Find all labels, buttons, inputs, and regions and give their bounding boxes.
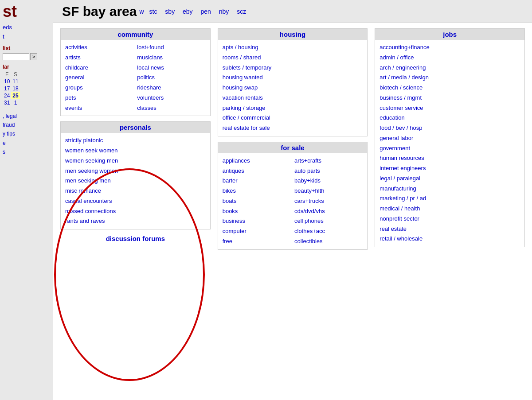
forsale-link-barter[interactable]: barter <box>223 176 291 186</box>
jobs-link-food[interactable]: food / bev / hosp <box>379 123 520 133</box>
community-link-groups[interactable]: groups <box>65 83 133 93</box>
forsale-link-books[interactable]: books <box>223 206 291 217</box>
sidebar-link-eds[interactable]: eds <box>3 23 50 32</box>
header-link-stc[interactable]: stc <box>149 8 157 15</box>
cal-day-today[interactable]: 25 <box>11 92 20 99</box>
personals-link-casual[interactable]: casual encounters <box>65 196 206 206</box>
housing-link-realestate[interactable]: real estate for sale <box>223 123 363 133</box>
community-link-politics[interactable]: politics <box>137 73 205 83</box>
jobs-link-manufacturing[interactable]: manufacturing <box>379 184 520 194</box>
personals-link-rants[interactable]: rants and raves <box>65 216 206 226</box>
personals-link-wsw[interactable]: women seek women <box>65 146 206 156</box>
forsale-link-clothes[interactable]: clothes+acc <box>294 226 363 237</box>
jobs-link-accounting[interactable]: accounting+finance <box>379 43 520 53</box>
forsale-link-boats[interactable]: boats <box>223 196 291 206</box>
community-link-musicians[interactable]: musicians <box>137 53 205 63</box>
forsale-link-cellphones[interactable]: cell phones <box>294 216 363 226</box>
cal-day[interactable]: 18 <box>11 85 20 92</box>
forsale-link-antiques[interactable]: antiques <box>223 166 291 176</box>
forsale-link-computer[interactable]: computer <box>223 226 291 237</box>
forsale-link-bikes[interactable]: bikes <box>223 186 291 196</box>
housing-header: housing <box>218 29 368 40</box>
jobs-link-marketing[interactable]: marketing / pr / ad <box>379 194 520 204</box>
personals-link-wsm[interactable]: women seeking men <box>65 156 206 166</box>
header-link-scz[interactable]: scz <box>237 8 246 15</box>
header-sub[interactable]: w <box>139 8 144 15</box>
forsale-link-free[interactable]: free <box>223 237 291 247</box>
jobs-link-hr[interactable]: human resources <box>379 153 520 163</box>
community-link-classes[interactable]: classes <box>137 103 205 113</box>
cal-day[interactable]: 17 <box>3 85 11 92</box>
community-link-artists[interactable]: artists <box>65 53 133 63</box>
header-link-pen[interactable]: pen <box>201 8 211 15</box>
sidebar-misc-link-fraud[interactable]: fraud <box>3 120 50 129</box>
community-link-lostfound[interactable]: lost+found <box>137 43 205 53</box>
search-button[interactable]: > <box>30 53 37 60</box>
cal-day[interactable]: 10 <box>3 78 11 85</box>
sidebar-misc-link-tips[interactable]: y tips <box>3 129 50 138</box>
community-link-activities[interactable]: activities <box>65 43 133 53</box>
forsale-link-cars[interactable]: cars+trucks <box>294 196 363 206</box>
jobs-link-education[interactable]: education <box>379 113 520 123</box>
jobs-link-general-labor[interactable]: general labor <box>379 133 520 144</box>
housing-link-vacation[interactable]: vacation rentals <box>223 93 363 103</box>
forsale-link-appliances[interactable]: appliances <box>223 156 291 166</box>
personals-link-misc-romance[interactable]: misc romance <box>65 186 206 196</box>
forsale-link-artscrafts[interactable]: arts+crafts <box>294 156 363 166</box>
personals-link-msm[interactable]: men seeking men <box>65 176 206 186</box>
header-link-eby[interactable]: eby <box>183 8 193 15</box>
personals-link-platonic[interactable]: strictly platonic <box>65 136 206 146</box>
housing-link-swap[interactable]: housing swap <box>223 83 363 93</box>
search-input[interactable] <box>3 53 29 60</box>
forsale-link-business[interactable]: business <box>223 216 291 226</box>
jobs-link-internet[interactable]: internet engineers <box>379 163 520 174</box>
housing-link-sublets[interactable]: sublets / temporary <box>223 63 363 73</box>
discussion-header[interactable]: discussion forums <box>60 235 211 242</box>
jobs-link-nonprofit[interactable]: nonprofit sector <box>379 214 520 224</box>
community-link-pets[interactable]: pets <box>65 93 133 103</box>
community-link-events[interactable]: events <box>65 103 133 113</box>
jobs-link-arch[interactable]: arch / engineering <box>379 63 520 73</box>
sidebar-misc-link-legal[interactable]: , legal <box>3 112 50 120</box>
personals-link-msw[interactable]: men seeking women <box>65 166 206 176</box>
header-link-nby[interactable]: nby <box>219 8 229 15</box>
forsale-link-collectibles[interactable]: collectibles <box>294 237 363 247</box>
jobs-link-legal[interactable]: legal / paralegal <box>379 174 520 184</box>
community-link-childcare[interactable]: childcare <box>65 63 133 73</box>
jobs-link-business[interactable]: business / mgmt <box>379 93 520 103</box>
community-link-volunteers[interactable]: volunteers <box>137 93 205 103</box>
housing-link-wanted[interactable]: housing wanted <box>223 73 363 83</box>
community-link-general[interactable]: general <box>65 73 133 83</box>
community-link-rideshare[interactable]: rideshare <box>137 83 205 93</box>
forsale-link-cds[interactable]: cds/dvd/vhs <box>294 206 363 217</box>
jobs-link-art[interactable]: art / media / design <box>379 73 520 83</box>
housing-link-office[interactable]: office / commercial <box>223 113 363 123</box>
jobs-section: jobs accounting+finance admin / office a… <box>375 28 525 247</box>
cal-header-f: F <box>3 71 11 78</box>
sidebar-misc-link-s[interactable]: s <box>3 148 50 156</box>
cal-day[interactable]: 1 <box>11 99 20 106</box>
jobs-link-medical[interactable]: medical / health <box>379 204 520 214</box>
jobs-link-admin[interactable]: admin / office <box>379 53 520 63</box>
sidebar-post-section: list > <box>3 45 50 60</box>
cal-day[interactable]: 24 <box>3 92 11 99</box>
page-title: SF bay area <box>62 4 137 19</box>
cal-day[interactable]: 11 <box>11 78 20 85</box>
forsale-link-autoparts[interactable]: auto parts <box>294 166 363 176</box>
housing-link-rooms[interactable]: rooms / shared <box>223 53 363 63</box>
sidebar-link-t[interactable]: t <box>3 32 50 42</box>
forsale-link-babykids[interactable]: baby+kids <box>294 176 363 186</box>
cal-day[interactable]: 31 <box>3 99 11 106</box>
housing-link-parking[interactable]: parking / storage <box>223 103 363 113</box>
sidebar-misc-link-e[interactable]: e <box>3 139 50 148</box>
personals-link-missed[interactable]: missed connections <box>65 206 206 217</box>
forsale-link-beauty[interactable]: beauty+hlth <box>294 186 363 196</box>
jobs-link-realestate[interactable]: real estate <box>379 224 520 234</box>
jobs-link-retail[interactable]: retail / wholesale <box>379 234 520 244</box>
jobs-link-biotech[interactable]: biotech / science <box>379 83 520 93</box>
jobs-link-government[interactable]: government <box>379 144 520 154</box>
housing-link-apts[interactable]: apts / housing <box>223 43 363 53</box>
community-link-localnews[interactable]: local news <box>137 63 205 73</box>
jobs-link-customer-service[interactable]: customer service <box>379 103 520 113</box>
header-link-sby[interactable]: sby <box>165 8 175 15</box>
